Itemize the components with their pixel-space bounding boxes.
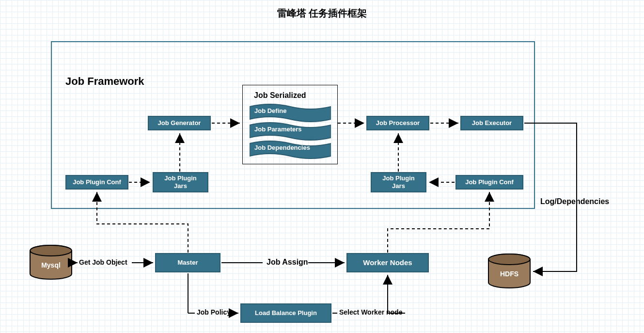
job-dependencies-flag: Job Dependencies — [250, 141, 329, 156]
edge-job-assign-label: Job Assign — [267, 258, 308, 267]
job-dependencies-text: Job Dependencies — [254, 144, 310, 151]
edge-get-job-label: Get Job Object — [79, 258, 127, 266]
job-define-flag: Job Define — [250, 104, 329, 119]
job-plugin-conf-left: Job Plugin Conf — [65, 175, 128, 190]
worker-nodes: Worker Nodes — [346, 253, 429, 272]
job-generator: Job Generator — [148, 116, 211, 130]
hdfs-label: HDFS — [487, 270, 531, 278]
job-parameters-text: Job Parameters — [254, 126, 302, 133]
job-define-text: Job Define — [254, 107, 286, 114]
mysql-db: Mysql — [29, 245, 73, 279]
job-processor: Job Processor — [366, 116, 429, 130]
edge-select-worker-label: Select Worker node — [339, 308, 402, 316]
job-plugin-conf-right: Job Plugin Conf — [456, 175, 523, 190]
mysql-label: Mysql — [29, 261, 73, 269]
diagram-title: 雷峰塔 任务插件框架 — [0, 7, 644, 20]
svg-point-3 — [488, 254, 530, 265]
job-parameters-flag: Job Parameters — [250, 122, 329, 138]
job-executor: Job Executor — [460, 116, 523, 130]
hdfs-db: HDFS — [487, 254, 531, 287]
job-framework-heading: Job Framework — [65, 75, 144, 88]
job-serialized-title: Job Serialized — [254, 91, 306, 100]
load-balance-plugin: Load Balance Plugin — [240, 303, 331, 323]
svg-point-1 — [30, 245, 72, 256]
edge-job-policy-label: Job Policy — [197, 308, 231, 316]
edge-log-deps-label: Log/Dependencies — [540, 197, 609, 206]
master-node: Master — [155, 253, 220, 272]
job-plugin-jars-left: Job Plugin Jars — [153, 172, 208, 192]
job-plugin-jars-right: Job Plugin Jars — [371, 172, 426, 192]
